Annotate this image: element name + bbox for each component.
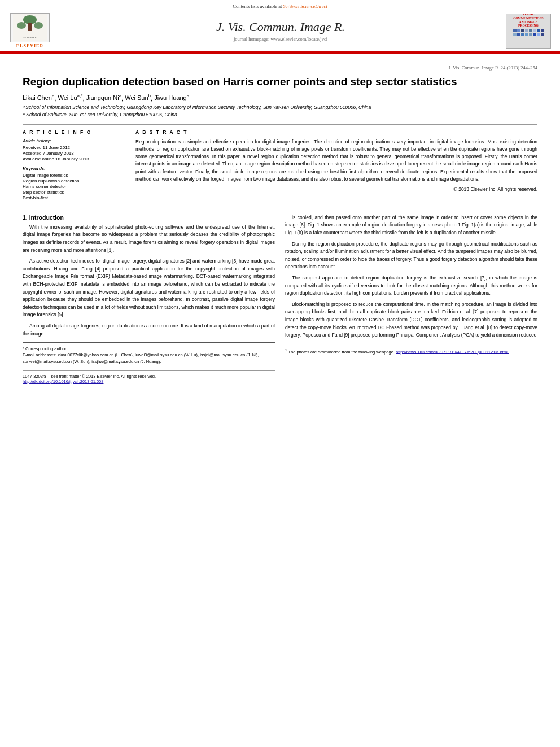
svg-text:ELSEVIER: ELSEVIER <box>23 36 37 39</box>
body-right-para-4: Block-matching is proposed to reduce the… <box>285 301 537 339</box>
footer-issn: 1047-3203/$ – see front matter © 2013 El… <box>23 374 275 379</box>
author-wei-sun: Wei Sunb <box>125 94 151 101</box>
right-footnote-section: 1 The photos are downloaded from the fol… <box>285 344 537 355</box>
keyword-2: Region duplication detection <box>23 178 117 184</box>
sciverse-text: SciVerse ScienceDirect <box>283 3 327 9</box>
body-para-1: With the increasing availability of soph… <box>23 224 275 254</box>
keywords-section: Keywords: Digital image forensics Region… <box>23 166 117 200</box>
author-wei-lu: Wei Lua,* <box>58 94 83 101</box>
available-date: Available online 18 January 2013 <box>23 156 117 161</box>
body-right-para-3: The simplest approach to detect region d… <box>285 274 537 298</box>
section-divider <box>23 208 537 208</box>
keyword-3: Harris corner detector <box>23 184 117 189</box>
abstract-section: A B S T R A C T Region duplication is a … <box>135 129 537 201</box>
affiliations: ᵃ School of Information Science and Tech… <box>23 104 537 119</box>
citation-line: J. Vis. Commun. Image R. 24 (2013) 244–2… <box>23 65 537 71</box>
received-date: Received 11 June 2012 <box>23 145 117 150</box>
journal-title-center: J. Vis. Commun. Image R. journal homepag… <box>55 20 506 42</box>
abstract-text: Region duplication is a simple and effec… <box>135 138 537 183</box>
svg-point-3 <box>17 22 26 29</box>
authors-line: Likai Chena, Wei Lua,*, Jiangqun Nia, We… <box>23 94 537 102</box>
footnote-emails: E-mail addresses: xiayu0077clik@yahoo.co… <box>23 352 275 365</box>
journal-banner: ELSEVIER ELSEVIER J. Vis. Commun. Image … <box>0 11 560 51</box>
paper-title: Region duplication detection based on Ha… <box>23 75 537 89</box>
body-right-para-1: is copied, and then pasted onto another … <box>285 214 537 237</box>
article-info-heading: A R T I C L E I N F O <box>23 129 117 135</box>
keyword-1: Digital image forensics <box>23 173 117 178</box>
main-body: 1. Introduction With the increasing avai… <box>23 214 537 384</box>
affiliation-b: ᵇ School of Software, Sun Yat-sen Univer… <box>23 111 537 119</box>
affiliation-a: ᵃ School of Information Science and Tech… <box>23 104 537 111</box>
copyright-line: © 2013 Elsevier Inc. All rights reserved… <box>135 186 537 192</box>
svg-point-4 <box>34 22 43 29</box>
footnote-section: * Corresponding author. E-mail addresses… <box>23 342 275 365</box>
abstract-heading: A B S T R A C T <box>135 129 537 135</box>
elsevier-logo: ELSEVIER ELSEVIER <box>5 13 55 49</box>
journal-main-title: J. Vis. Commun. Image R. <box>55 20 506 34</box>
svg-rect-2 <box>28 23 32 31</box>
author-jiangqun-ni: Jiangqun Nia <box>86 94 122 101</box>
footnote-email-label: E-mail addresses: <box>23 352 56 357</box>
paper-container: J. Vis. Commun. Image R. 24 (2013) 244–2… <box>0 54 560 395</box>
article-info-abstract-section: A R T I C L E I N F O Article history: R… <box>23 124 537 201</box>
body-right-column: is copied, and then pasted onto another … <box>285 214 537 384</box>
bottom-footer: 1047-3203/$ – see front matter © 2013 El… <box>23 370 275 384</box>
keyword-5: Best-bin-first <box>23 195 117 200</box>
journal-homepage: journal homepage: www.elsevier.com/locat… <box>55 36 506 42</box>
footnote-asterisk: * Corresponding author. <box>23 346 67 351</box>
journal-top-bar: Contents lists available at SciVerse Sci… <box>0 3 560 11</box>
visual-image-title: VISUALCOMMUNICATIONSAND IMAGEPROCESSING <box>513 14 543 28</box>
keyword-4: Step sector statistics <box>23 190 117 195</box>
footnote-email-addresses: xiayu0077clik@yahoo.com.cn (L. Chen), lu… <box>23 352 259 364</box>
author-likai-chen: Likai Chena <box>23 94 54 101</box>
section1-label: 1. Introduction <box>23 214 64 221</box>
footnote1-link: http://news.163.com/08/0711/19/4CGJ52PQ0… <box>396 349 509 354</box>
vi-pixel-art <box>513 29 544 49</box>
footer-doi: http://dx.doi.org/10.1016/j.jvcir.2013.0… <box>23 379 275 384</box>
author-jiwu-huang: Jiwu Huanga <box>154 94 189 101</box>
elsevier-logo-box: ELSEVIER <box>10 13 50 42</box>
visual-image-thumbnail: VISUALCOMMUNICATIONSAND IMAGEPROCESSING <box>506 14 551 49</box>
journal-header: Contents lists available at SciVerse Sci… <box>0 0 560 54</box>
footnote1-body: The photos are downloaded from the follo… <box>288 349 394 354</box>
contents-available-text: Contents lists available at <box>233 3 282 9</box>
elsevier-brand-text: ELSEVIER <box>16 43 43 49</box>
article-info-panel: A R T I C L E I N F O Article history: R… <box>23 129 124 201</box>
svg-point-1 <box>23 15 37 24</box>
section1-heading: 1. Introduction <box>23 214 275 221</box>
footnote1-text: 1 The photos are downloaded from the fol… <box>285 347 537 355</box>
footnote-corresponding: * Corresponding author. <box>23 346 275 352</box>
body-right-para-2: During the region duplication procedure,… <box>285 241 537 271</box>
history-label: Article history: <box>23 138 117 143</box>
footnote1-marker: 1 <box>285 348 287 352</box>
keywords-label: Keywords: <box>23 166 117 171</box>
accepted-date: Accepted 7 January 2013 <box>23 151 117 156</box>
body-para-2: As active detection techniques for digit… <box>23 257 275 319</box>
elsevier-tree-svg: ELSEVIER <box>13 14 47 41</box>
journal-divider <box>0 51 560 53</box>
body-para-3: Among all digital image forgeries, regio… <box>23 322 275 338</box>
body-left-column: 1. Introduction With the increasing avai… <box>23 214 275 384</box>
